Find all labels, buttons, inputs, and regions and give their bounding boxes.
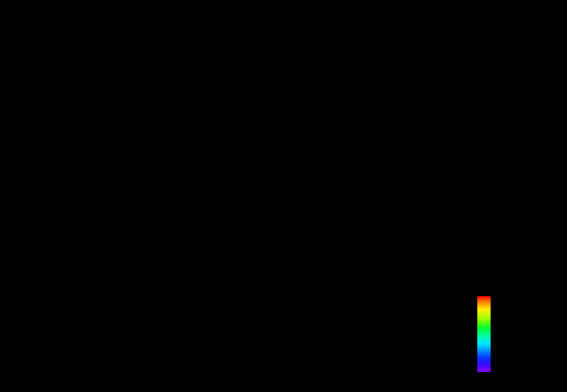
colorbar: [477, 296, 491, 372]
els-telemetry-plot-page: { "colors": { "background": "#000000", "…: [0, 0, 567, 392]
